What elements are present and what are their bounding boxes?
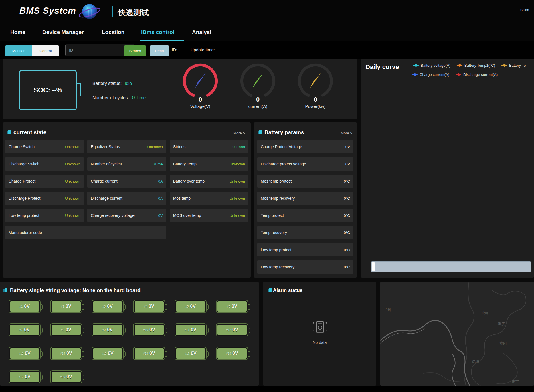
state-cell-low-temp-protect: Low temp protectUnknown <box>5 209 84 222</box>
param-row-low-temp-recovery: Low temp recovery0°C <box>257 260 353 274</box>
cell-id: #11 <box>185 328 189 332</box>
battery-strings-panel: Battery single string voltage: None on t… <box>0 282 259 386</box>
battery-cell-9: #90V <box>92 323 124 336</box>
nav-item-location[interactable]: Location <box>102 29 124 35</box>
param-value: 0°C <box>344 248 350 252</box>
current-state-panel: current state More > Charge SwitchUnknow… <box>3 122 251 278</box>
control-toolbar: Monitor Control Search Read ID: Update t… <box>0 41 534 59</box>
header-divider <box>112 6 113 17</box>
battery-terminal <box>82 304 84 310</box>
map-graphic <box>380 282 534 386</box>
param-value: 0°C <box>344 231 350 235</box>
battery-status-label: Battery status: <box>92 81 122 86</box>
battery-terminal <box>123 304 126 310</box>
battery-terminal <box>82 328 84 333</box>
state-cell-discharge-current: Discharge current0A <box>87 192 166 205</box>
battery-cell-1: #10V <box>9 300 41 313</box>
nav-item-device-manager[interactable]: Device Manager <box>42 29 84 35</box>
chart-scrollbar[interactable] <box>371 261 531 272</box>
scrollbar-handle[interactable] <box>372 262 375 271</box>
param-label: Temp recovery <box>261 230 287 235</box>
cell-voltage: 0V <box>232 304 237 309</box>
legend-battery-temp1[interactable]: Battery Temp1(°C) <box>457 63 495 68</box>
param-label: Charge Protect Voltage <box>261 144 302 149</box>
nav-item-analysi[interactable]: Analysi <box>192 29 211 35</box>
state-label: Charge Protect <box>9 179 35 183</box>
state-cell-equalizer-status: Equalizer StatusUnknown <box>87 140 166 153</box>
chart-legend-row-2: Charge current(A) Discharge current(A) <box>412 72 498 77</box>
search-button[interactable]: Search <box>124 45 146 56</box>
state-cell-battery-temp: Battery TempUnknown <box>170 157 248 171</box>
state-value: Unknown <box>65 145 80 149</box>
region-map-panel[interactable]: 兰州 成都 重庆 贵阳 昆明 南宁 <box>380 282 534 386</box>
battery-strings-header: Battery single string voltage: None on t… <box>3 288 141 294</box>
monitor-toggle-button[interactable]: Monitor <box>5 45 32 56</box>
chart-y-axis <box>371 86 371 248</box>
legend-label: Battery Te <box>509 63 526 68</box>
control-toggle-button[interactable]: Control <box>32 45 59 56</box>
daily-curve-panel: Daily curve Battery voltage(V) Battery T… <box>361 59 534 278</box>
current-state-more-link[interactable]: More > <box>233 131 245 135</box>
state-value: 0A <box>158 196 163 201</box>
id-label: ID: <box>172 47 177 52</box>
voltage-label: Voltage(V) <box>182 104 219 109</box>
project-title: 快递测试 <box>118 7 149 18</box>
no-data-placeholder: No data <box>263 318 376 345</box>
battery-cell-18: #180V <box>216 347 248 360</box>
panel-icon <box>268 288 272 293</box>
header-user-text[interactable]: Balan <box>520 8 529 12</box>
cell-id: #17 <box>185 352 189 355</box>
state-value: Unknown <box>230 162 245 166</box>
current-gauge-arc <box>239 62 276 100</box>
legend-discharge-current[interactable]: Discharge current(A) <box>456 72 498 77</box>
nav-item-ibms-control[interactable]: IBms control <box>141 29 174 35</box>
legend-marker <box>412 74 418 75</box>
battery-cells-grid: #10V #20V #30V #40V #50V #60V #70V #80V … <box>9 300 248 383</box>
legend-battery-te-truncated[interactable]: Battery Te <box>501 63 526 68</box>
state-label: Equalizer Status <box>91 144 120 149</box>
battery-cell-3: #30V <box>92 300 124 313</box>
gauge-needle <box>195 73 206 88</box>
battery-terminal <box>248 304 250 310</box>
cell-id: #1 <box>19 305 23 308</box>
state-cell-charge-recovery-voltage: Charge recovery voltage0V <box>87 209 166 222</box>
map-city-label: 南宁 <box>512 379 519 384</box>
battery-terminal <box>40 328 43 333</box>
cell-voltage: 0V <box>66 327 71 332</box>
battery-params-rows: Charge Protect Voltage0V Discharge prote… <box>257 140 353 274</box>
state-value: Unknown <box>65 179 80 183</box>
cell-voltage: 0V <box>25 374 31 379</box>
state-label: Number of cycles <box>91 162 122 166</box>
battery-cell-8: #80V <box>50 323 82 336</box>
battery-status-line: Battery status: Idle <box>92 81 132 86</box>
map-city-label: 成都 <box>482 311 488 316</box>
cell-voltage: 0V <box>66 374 72 379</box>
param-row-discharge-protect-voltage: Discharge protect voltage0V <box>257 157 353 171</box>
cell-voltage: 0V <box>232 327 238 332</box>
nav-item-home[interactable]: Home <box>10 29 25 35</box>
state-label: Charge Switch <box>9 144 35 149</box>
read-button[interactable]: Read <box>150 45 169 56</box>
legend-label: Discharge current(A) <box>463 72 498 77</box>
param-value: 0V <box>345 145 350 149</box>
battery-cell-12: #120V <box>216 323 248 336</box>
state-value: Unknown <box>230 179 245 183</box>
cell-id: #12 <box>226 328 231 332</box>
legend-battery-voltage[interactable]: Battery voltage(V) <box>413 63 450 68</box>
state-label: MOS over temp <box>173 213 201 218</box>
state-cell-number-of-cycles: Number of cycles0Time <box>87 157 166 171</box>
battery-params-more-link[interactable]: More > <box>341 131 352 135</box>
battery-cell-7: #70V <box>9 323 41 336</box>
param-row-mos-temp-protect: Mos temp protect0°C <box>257 175 353 188</box>
battery-params-title: Battery params <box>264 129 304 136</box>
monitor-control-toggle: Monitor Control <box>5 45 59 56</box>
globe-logo-icon <box>77 1 102 25</box>
current-state-header: current state <box>7 129 46 136</box>
state-value: Unknown <box>230 213 245 218</box>
cell-id: #16 <box>143 352 148 355</box>
battery-cell-4: #40V <box>133 300 165 313</box>
battery-strings-title: Battery single string voltage: None on t… <box>10 288 141 294</box>
legend-charge-current[interactable]: Charge current(A) <box>412 72 449 77</box>
battery-terminal <box>206 304 209 310</box>
map-city-label: 兰州 <box>384 308 391 312</box>
